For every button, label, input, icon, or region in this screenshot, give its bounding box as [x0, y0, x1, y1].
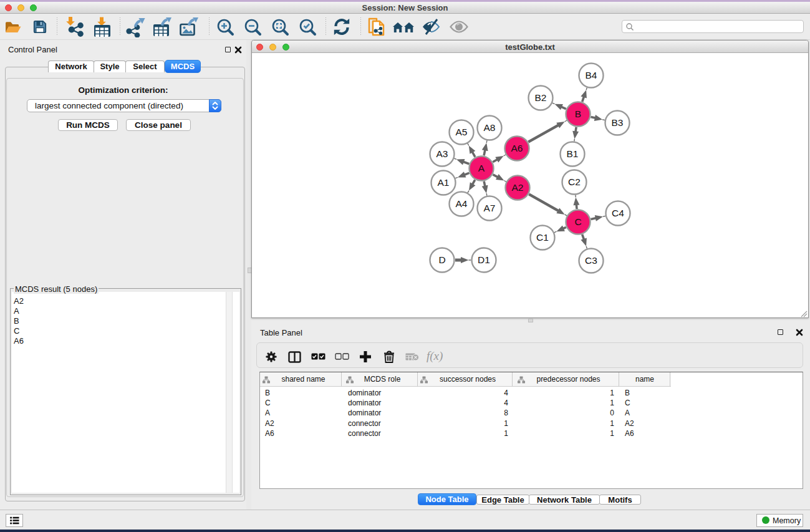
svg-text:B2: B2	[535, 92, 547, 103]
svg-text:A2: A2	[512, 182, 524, 193]
svg-text:A4: A4	[456, 198, 468, 209]
svg-text:B1: B1	[567, 148, 579, 159]
svg-text:B4: B4	[586, 70, 597, 80]
svg-text:C2: C2	[568, 177, 581, 187]
svg-text:B: B	[575, 109, 581, 119]
svg-text:A8: A8	[484, 122, 496, 133]
svg-text:A: A	[478, 163, 485, 173]
svg-text:A5: A5	[456, 127, 468, 137]
svg-text:D1: D1	[478, 254, 490, 265]
svg-text:D: D	[438, 254, 445, 265]
svg-text:C: C	[574, 216, 581, 227]
svg-text:C1: C1	[536, 232, 549, 243]
svg-text:A7: A7	[484, 203, 496, 213]
svg-text:A3: A3	[436, 148, 448, 159]
svg-text:A6: A6	[511, 143, 523, 153]
svg-text:A1: A1	[438, 177, 450, 188]
svg-text:C3: C3	[585, 255, 597, 266]
svg-text:B3: B3	[612, 117, 624, 128]
svg-text:C4: C4	[612, 208, 624, 218]
